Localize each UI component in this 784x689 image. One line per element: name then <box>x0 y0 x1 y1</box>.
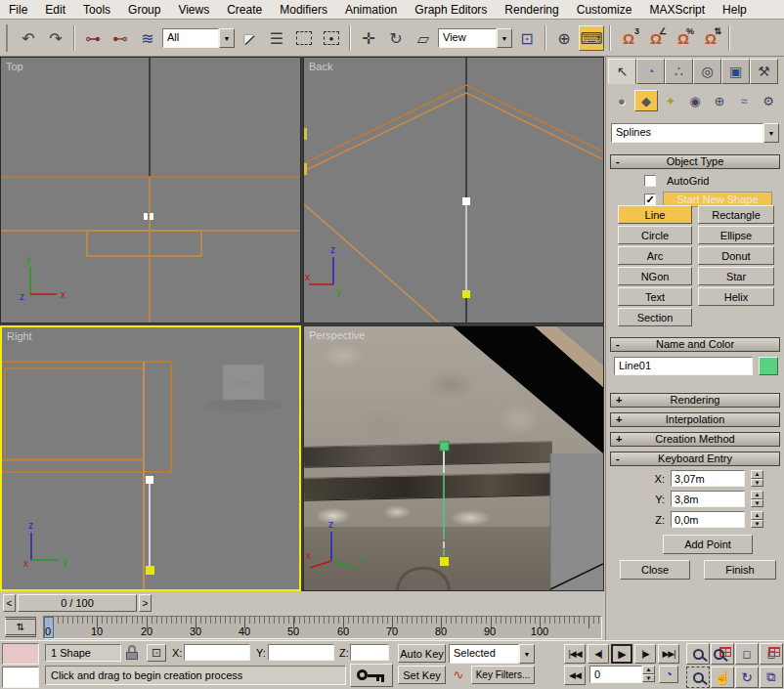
select-object-icon[interactable]: ◤ <box>237 25 262 51</box>
ke-z-spinner[interactable]: ▲▼ <box>751 511 763 528</box>
selection-set-dropdown[interactable]: Selected ▼ <box>449 644 535 664</box>
shape-category-dropdown[interactable]: Splines ▼ <box>611 123 779 143</box>
percent-snap-icon[interactable]: Ω% <box>671 25 696 51</box>
time-configuration-icon[interactable]: ◔ <box>659 666 678 683</box>
use-pivot-center-icon[interactable]: ⊡ <box>514 25 540 51</box>
viewport-perspective-label[interactable]: Perspective <box>309 329 365 341</box>
ellipse-button[interactable]: Ellipse <box>698 226 774 244</box>
select-and-rotate-icon[interactable]: ↻ <box>383 25 409 51</box>
arc-button[interactable]: Arc <box>618 246 692 265</box>
zoom-region-icon[interactable] <box>686 667 710 688</box>
keyboard-override-toggle-icon[interactable]: ⌨ <box>579 25 604 51</box>
menu-help[interactable]: Help <box>714 1 756 19</box>
maxscript-mini-listener-white[interactable] <box>2 667 39 688</box>
menu-edit[interactable]: Edit <box>36 1 74 19</box>
rollout-interpolation[interactable]: + Interpolation <box>610 412 780 427</box>
menu-animation[interactable]: Animation <box>336 1 406 19</box>
zoom-extents-icon[interactable]: ◻ <box>735 643 759 665</box>
menu-tools[interactable]: Tools <box>74 1 119 19</box>
select-by-name-icon[interactable]: ☰ <box>264 25 289 51</box>
menu-customize[interactable]: Customize <box>568 1 641 19</box>
min-max-toggle-icon[interactable]: ⧉ <box>760 667 783 688</box>
redo-icon[interactable]: ↷ <box>43 25 68 51</box>
rollout-object-type[interactable]: - Object Type <box>610 154 780 169</box>
ke-x-spinner[interactable]: ▲▼ <box>751 470 763 487</box>
object-color-swatch[interactable] <box>759 357 778 375</box>
close-button[interactable]: Close <box>620 560 690 580</box>
perspective-viewport-canvas[interactable]: z x y <box>304 326 603 591</box>
object-name-field[interactable]: Line01 <box>614 357 753 375</box>
ke-x-field[interactable]: 3,07m <box>671 470 745 487</box>
absolute-offset-toggle-icon[interactable]: ⊡ <box>147 644 166 662</box>
ke-y-field[interactable]: 3,8m <box>671 491 745 507</box>
finish-button[interactable]: Finish <box>704 560 776 580</box>
viewport-right-label[interactable]: Right <box>7 330 32 342</box>
set-key-button[interactable]: Set Key <box>398 666 446 684</box>
category-cameras-icon[interactable]: ◉ <box>683 90 707 111</box>
star-button[interactable]: Star <box>698 267 774 285</box>
rollout-keyboard-entry[interactable]: - Keyboard Entry <box>610 452 780 466</box>
back-viewport-canvas[interactable]: z x y <box>304 58 603 323</box>
ke-z-field[interactable]: 0,0m <box>671 511 745 528</box>
key-mode-toggle-button[interactable]: ◀◀ <box>564 666 586 685</box>
angle-snap-icon[interactable]: Ω∠ <box>643 25 669 51</box>
category-lights-icon[interactable]: ✦ <box>659 90 682 111</box>
rectangular-selection-region-icon[interactable] <box>291 25 317 51</box>
coord-z-field[interactable] <box>350 644 389 661</box>
menu-graph-editors[interactable]: Graph Editors <box>406 1 496 19</box>
top-viewport-canvas[interactable]: y x z <box>1 58 300 323</box>
viewport-back[interactable]: Back z x y <box>303 57 604 323</box>
menu-maxscript[interactable]: MAXScript <box>640 1 714 19</box>
spinner-snap-icon[interactable]: Ω⇅ <box>698 25 723 51</box>
arc-rotate-icon[interactable]: ↻ <box>735 667 759 688</box>
unlink-selection-icon[interactable]: ⊷ <box>108 25 133 51</box>
selection-filter-dropdown[interactable]: All ▼ <box>162 28 235 48</box>
start-new-shape-checkbox[interactable]: ✓ <box>644 194 656 205</box>
zoom-extents-all-icon[interactable]: ◻ <box>760 643 783 665</box>
tab-hierarchy[interactable]: ∴ <box>665 59 693 84</box>
tab-display[interactable]: ▣ <box>721 59 750 84</box>
time-slider-next-icon[interactable]: > <box>139 594 152 612</box>
category-helpers-icon[interactable]: ⊕ <box>708 90 731 111</box>
autogrid-checkbox[interactable] <box>644 175 656 187</box>
previous-frame-button[interactable]: ◀| <box>588 644 609 664</box>
key-filters-button[interactable]: Key Filters... <box>471 666 535 684</box>
tab-modify[interactable]: ◔ <box>636 59 665 84</box>
category-geometry-icon[interactable]: ● <box>610 90 633 111</box>
add-point-button[interactable]: Add Point <box>663 535 753 554</box>
go-to-end-button[interactable]: ▶▶| <box>658 644 679 664</box>
mini-curve-editor-button[interactable]: ⇅ <box>5 617 36 637</box>
set-key-filters-curve-icon[interactable]: ∿ <box>449 666 468 684</box>
select-and-link-icon[interactable]: ⊶ <box>80 25 106 51</box>
go-to-start-button[interactable]: |◀◀ <box>564 644 586 664</box>
undo-icon[interactable]: ↶ <box>16 25 41 51</box>
dropdown-arrow-icon[interactable]: ▼ <box>763 123 779 143</box>
snaps-toggle-3d-icon[interactable]: Ω3 <box>616 25 641 51</box>
circle-button[interactable]: Circle <box>618 226 692 244</box>
tab-create[interactable]: ↖ <box>608 59 636 84</box>
zoom-icon[interactable] <box>686 643 710 665</box>
select-and-manipulate-icon[interactable]: ⊕ <box>551 25 577 51</box>
helix-button[interactable]: Helix <box>698 287 774 306</box>
select-and-scale-icon[interactable]: ▱ <box>411 25 436 51</box>
next-frame-button[interactable]: |▶ <box>634 644 656 664</box>
dropdown-arrow-icon[interactable]: ▼ <box>219 28 235 48</box>
viewport-top[interactable]: Top y x z <box>0 57 301 323</box>
menu-views[interactable]: Views <box>169 1 218 19</box>
category-spacewarps-icon[interactable]: ≈ <box>732 90 756 111</box>
viewport-right[interactable]: Right RIGHT z x y <box>0 325 301 591</box>
window-crossing-icon[interactable]: ● <box>319 25 344 51</box>
track-bar-ruler[interactable]: 0 10 20 30 40 50 60 70 80 90 100 <box>43 616 602 639</box>
dropdown-arrow-icon[interactable]: ▼ <box>519 644 535 664</box>
line-button[interactable]: Line <box>618 205 692 224</box>
current-frame-field[interactable]: 0 <box>589 666 642 683</box>
set-keys-button[interactable] <box>350 664 393 687</box>
rollout-creation-method[interactable]: + Creation Method <box>610 432 780 447</box>
select-and-move-icon[interactable]: ✛ <box>356 25 381 51</box>
viewport-back-label[interactable]: Back <box>309 61 332 72</box>
pan-hand-icon[interactable]: ☝ <box>711 667 734 688</box>
tab-motion[interactable]: ◎ <box>693 59 721 84</box>
menu-rendering[interactable]: Rendering <box>496 1 567 19</box>
zoom-all-icon[interactable] <box>711 643 734 665</box>
time-slider-prev-icon[interactable]: < <box>3 594 16 612</box>
